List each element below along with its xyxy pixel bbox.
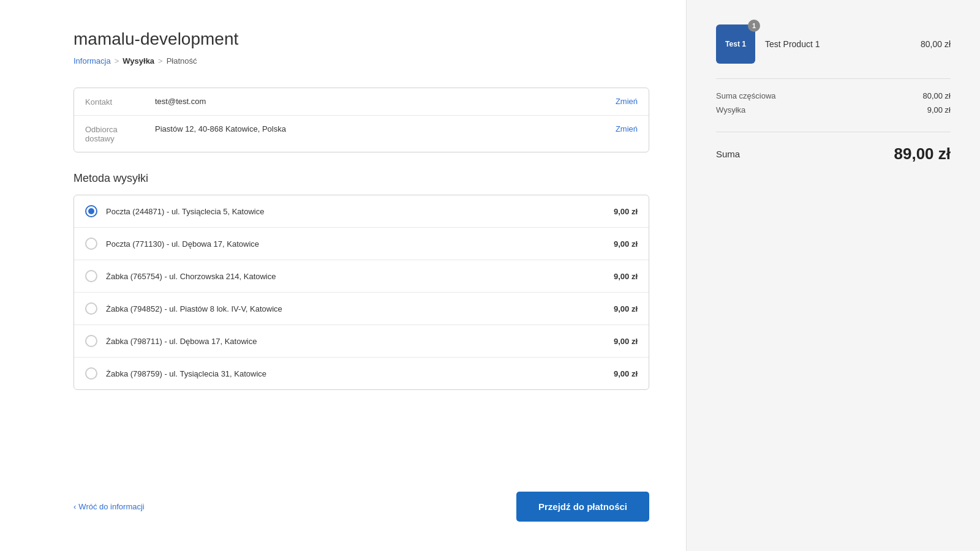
radio-outer-3 bbox=[85, 302, 97, 315]
shipping-option-name-4: Żabka (798711) - ul. Dębowa 17, Katowice bbox=[106, 337, 605, 346]
radio-outer-1 bbox=[85, 238, 97, 250]
right-panel: Test 1 1 Test Product 1 80,00 zł Suma cz… bbox=[686, 0, 980, 551]
total-row: Suma 89,00 zł bbox=[716, 144, 951, 163]
shipping-option-5[interactable]: Żabka (798759) - ul. Tysiąclecia 31, Kat… bbox=[74, 357, 649, 389]
shipping-option-price-5: 9,00 zł bbox=[614, 369, 638, 378]
shipping-row: Wysyłka 9,00 zł bbox=[716, 105, 951, 114]
breadcrumb-sep2: > bbox=[158, 56, 163, 66]
product-price: 80,00 zł bbox=[921, 39, 951, 49]
shipping-options-box: Poczta (244871) - ul. Tysiąclecia 5, Kat… bbox=[74, 195, 649, 390]
shipping-option-price-0: 9,00 zł bbox=[614, 207, 638, 216]
delivery-change-link[interactable]: Zmień bbox=[616, 124, 638, 133]
back-arrow: ‹ bbox=[74, 502, 76, 511]
summary-rows: Suma częściowa 80,00 zł Wysyłka 9,00 zł bbox=[716, 91, 951, 132]
shipping-option-price-1: 9,00 zł bbox=[614, 239, 638, 249]
breadcrumb: Informacja > Wysyłka > Płatność bbox=[74, 56, 649, 66]
breadcrumb-sep1: > bbox=[115, 56, 119, 66]
shipping-option-2[interactable]: Żabka (765754) - ul. Chorzowska 214, Kat… bbox=[74, 260, 649, 292]
breadcrumb-informacja[interactable]: Informacja bbox=[74, 56, 111, 66]
store-name: mamalu-development bbox=[74, 29, 649, 49]
back-link[interactable]: ‹ Wróć do informacji bbox=[74, 502, 145, 511]
radio-outer-5 bbox=[85, 367, 97, 380]
contact-change-link[interactable]: Zmień bbox=[616, 97, 638, 106]
shipping-option-price-2: 9,00 zł bbox=[614, 272, 638, 281]
shipping-option-1[interactable]: Poczta (771130) - ul. Dębowa 17, Katowic… bbox=[74, 227, 649, 260]
left-panel: mamalu-development Informacja > Wysyłka … bbox=[0, 0, 686, 551]
radio-outer-4 bbox=[85, 335, 97, 347]
product-name: Test Product 1 bbox=[765, 39, 911, 49]
shipping-option-name-2: Żabka (765754) - ul. Chorzowska 214, Kat… bbox=[106, 272, 605, 281]
footer-actions: ‹ Wróć do informacji Przejdź do płatnośc… bbox=[74, 479, 649, 522]
shipping-option-4[interactable]: Żabka (798711) - ul. Dębowa 17, Katowice… bbox=[74, 324, 649, 357]
contact-delivery-box: Kontakt test@test.com Zmień Odbiorca dos… bbox=[74, 88, 649, 152]
total-label: Suma bbox=[716, 149, 740, 159]
radio-outer-0 bbox=[85, 205, 97, 217]
shipping-option-price-3: 9,00 zł bbox=[614, 304, 638, 313]
breadcrumb-wysylka: Wysyłka bbox=[123, 56, 154, 66]
product-image-wrap: Test 1 1 bbox=[716, 24, 755, 64]
breadcrumb-platnosc: Płatność bbox=[167, 56, 197, 66]
shipping-label: Wysyłka bbox=[716, 105, 745, 114]
proceed-button[interactable]: Przejdź do płatności bbox=[516, 492, 649, 522]
radio-inner-0 bbox=[88, 208, 94, 214]
shipping-option-0[interactable]: Poczta (244871) - ul. Tysiąclecia 5, Kat… bbox=[74, 195, 649, 227]
product-badge: 1 bbox=[748, 20, 760, 32]
shipping-section-title: Metoda wysyłki bbox=[74, 172, 649, 185]
delivery-row: Odbiorca dostawy Piastów 12, 40-868 Kato… bbox=[74, 115, 649, 152]
delivery-value: Piastów 12, 40-868 Katowice, Polska bbox=[155, 124, 601, 133]
radio-outer-2 bbox=[85, 270, 97, 282]
contact-value: test@test.com bbox=[155, 97, 601, 106]
shipping-option-name-0: Poczta (244871) - ul. Tysiąclecia 5, Kat… bbox=[106, 207, 605, 216]
shipping-option-name-3: Żabka (794852) - ul. Piastów 8 lok. IV-V… bbox=[106, 304, 605, 313]
delivery-label: Odbiorca dostawy bbox=[85, 124, 140, 143]
contact-row: Kontakt test@test.com Zmień bbox=[74, 88, 649, 115]
shipping-option-name-5: Żabka (798759) - ul. Tysiąclecia 31, Kat… bbox=[106, 369, 605, 378]
subtotal-label: Suma częściowa bbox=[716, 91, 776, 100]
shipping-option-3[interactable]: Żabka (794852) - ul. Piastów 8 lok. IV-V… bbox=[74, 292, 649, 324]
back-label: Wróć do informacji bbox=[78, 502, 144, 511]
subtotal-row: Suma częściowa 80,00 zł bbox=[716, 91, 951, 100]
shipping-option-name-1: Poczta (771130) - ul. Dębowa 17, Katowic… bbox=[106, 239, 605, 249]
product-thumbnail: Test 1 bbox=[716, 24, 755, 64]
shipping-value: 9,00 zł bbox=[927, 105, 951, 114]
contact-label: Kontakt bbox=[85, 97, 140, 107]
shipping-option-price-4: 9,00 zł bbox=[614, 337, 638, 346]
total-value: 89,00 zł bbox=[894, 144, 951, 163]
product-row: Test 1 1 Test Product 1 80,00 zł bbox=[716, 24, 951, 79]
subtotal-value: 80,00 zł bbox=[922, 91, 951, 100]
